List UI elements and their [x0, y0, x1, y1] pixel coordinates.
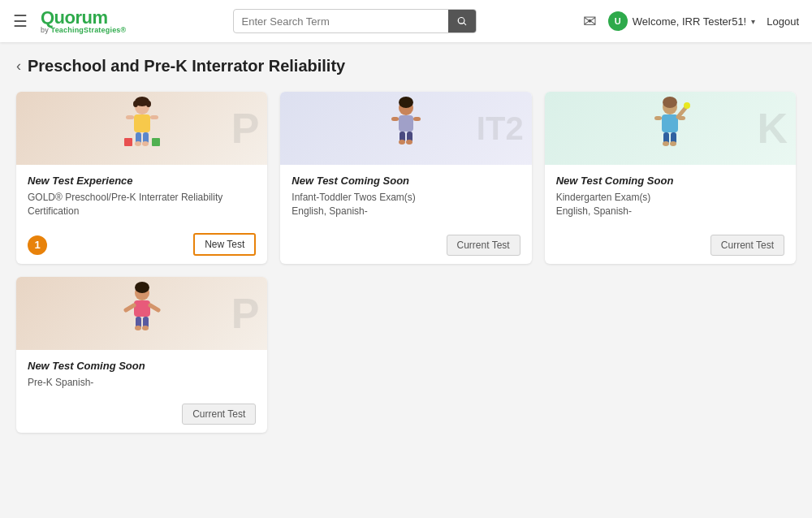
- chevron-down-icon: ▾: [751, 17, 755, 26]
- card-prek-spanish: P New Test Coming Soon Pre-K Spanish-: [16, 277, 267, 434]
- svg-point-9: [135, 141, 141, 146]
- card-footer-1: 1 New Test: [16, 227, 267, 264]
- card-letter-k: K: [757, 107, 788, 149]
- svg-rect-15: [399, 115, 413, 132]
- card-letter-prek: P: [231, 292, 260, 335]
- mail-icon[interactable]: ✉: [583, 11, 597, 31]
- card-desc-3: Kindergarten Exam(s)English, Spanish-: [556, 191, 784, 220]
- current-test-button-3[interactable]: Current Test: [710, 235, 784, 256]
- card-k: K New Test Coming Soon: [545, 92, 796, 264]
- user-info[interactable]: U Welcome, IRR Tester51! ▾: [608, 11, 755, 31]
- card-title-4: New Test Coming Soon: [28, 360, 256, 372]
- search-container: [233, 9, 477, 33]
- card-desc-4: Pre-K Spanish-: [28, 376, 256, 390]
- new-test-button[interactable]: New Test: [193, 233, 256, 256]
- cards-grid-row1: P: [16, 92, 796, 264]
- card-letter-it2: IT2: [477, 112, 524, 145]
- card-image-prek: P: [16, 277, 267, 350]
- logo-text: Quorum: [41, 9, 126, 27]
- main-content: P: [0, 84, 812, 449]
- card-title-3: New Test Coming Soon: [556, 175, 784, 187]
- card-body-3: New Test Coming Soon Kindergarten Exam(s…: [545, 165, 796, 228]
- svg-point-21: [406, 140, 412, 145]
- card-desc-1: GOLD® Preschool/Pre-K Interrater Reliabi…: [28, 191, 256, 218]
- svg-rect-11: [124, 138, 132, 146]
- svg-point-3: [146, 101, 151, 107]
- main-header: ☰ Quorum by TeachingStrategies® ✉ U Welc…: [0, 0, 812, 42]
- back-arrow-icon[interactable]: ‹: [16, 58, 21, 75]
- hamburger-menu-icon[interactable]: ☰: [13, 11, 28, 31]
- search-button[interactable]: [448, 10, 476, 32]
- card-image-it2: IT2: [280, 92, 531, 165]
- card-image-k: K: [545, 92, 796, 165]
- svg-point-40: [135, 326, 141, 330]
- header-center: [126, 9, 582, 33]
- logo-subtitle: by TeachingStrategies®: [41, 27, 126, 34]
- card-it2: IT2 New Test Coming Soon Infant-Toddler …: [280, 92, 531, 264]
- svg-point-29: [663, 141, 669, 146]
- card-title-1: New Test Experience: [28, 175, 256, 187]
- svg-point-14: [399, 97, 413, 108]
- svg-point-23: [663, 97, 677, 108]
- svg-line-31: [678, 107, 686, 117]
- card-letter-p: P: [231, 107, 260, 149]
- svg-line-37: [150, 305, 158, 310]
- svg-point-2: [133, 101, 138, 107]
- card-title-2: New Test Coming Soon: [292, 175, 520, 187]
- svg-point-32: [684, 102, 690, 109]
- svg-rect-5: [126, 115, 134, 119]
- svg-rect-4: [134, 114, 150, 132]
- card-body-2: New Test Coming Soon Infant-Toddler Twos…: [280, 165, 531, 228]
- child-figure-1: [118, 96, 166, 161]
- cards-grid-row2: P New Test Coming Soon Pre-K Spanish-: [16, 277, 796, 434]
- card-image-p: P: [16, 92, 267, 165]
- current-test-button-2[interactable]: Current Test: [447, 235, 520, 256]
- current-test-button-4[interactable]: Current Test: [182, 404, 256, 425]
- badge-1: 1: [28, 235, 47, 255]
- child-figure-2: [382, 96, 430, 161]
- card-body-4: New Test Coming Soon Pre-K Spanish-: [16, 350, 267, 398]
- svg-line-36: [126, 305, 134, 310]
- svg-rect-24: [662, 114, 678, 132]
- svg-point-10: [142, 141, 149, 146]
- logout-button[interactable]: Logout: [767, 15, 799, 28]
- page-title-bar: ‹ Preschool and Pre-K Interrator Reliabi…: [0, 42, 812, 84]
- logo-brand: TeachingStrategies®: [51, 26, 127, 34]
- logo: Quorum by TeachingStrategies®: [41, 9, 126, 34]
- search-input[interactable]: [234, 11, 448, 32]
- card-body-1: New Test Experience GOLD® Preschool/Pre-…: [16, 165, 267, 227]
- svg-point-20: [399, 140, 405, 145]
- svg-rect-12: [152, 138, 160, 146]
- card-footer-3: Current Test: [545, 228, 796, 264]
- child-figure-4: [118, 281, 166, 346]
- card-new-test-experience: P: [16, 92, 267, 264]
- svg-rect-17: [413, 117, 421, 121]
- card-footer-2: Current Test: [280, 228, 531, 264]
- svg-rect-6: [150, 115, 158, 119]
- card-footer-4: Current Test: [16, 397, 267, 433]
- avatar: U: [608, 11, 628, 31]
- svg-point-30: [670, 141, 676, 146]
- header-right: ✉ U Welcome, IRR Tester51! ▾ Logout: [583, 11, 799, 31]
- card-desc-2: Infant-Toddler Twos Exam(s)English, Span…: [292, 191, 520, 220]
- header-left: ☰ Quorum by TeachingStrategies®: [13, 9, 126, 34]
- user-welcome-text: Welcome, IRR Tester51!: [633, 15, 746, 28]
- svg-rect-25: [654, 116, 662, 120]
- svg-rect-16: [391, 117, 399, 121]
- svg-rect-35: [134, 300, 150, 317]
- page-title: Preschool and Pre-K Interrator Reliabili…: [28, 57, 345, 76]
- search-icon: [456, 15, 468, 27]
- svg-point-34: [135, 282, 149, 293]
- svg-point-41: [142, 326, 149, 330]
- child-figure-3: [646, 96, 694, 161]
